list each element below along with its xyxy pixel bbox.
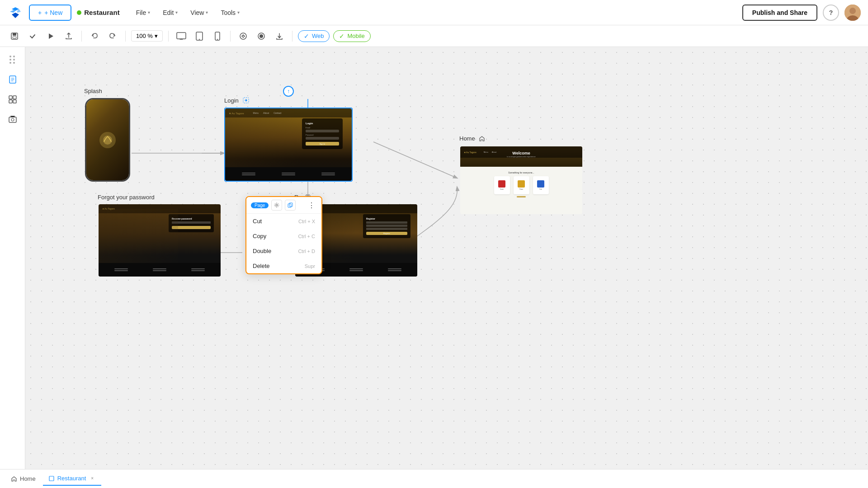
close-tab-button[interactable]: × — [89, 475, 96, 482]
check-button[interactable] — [25, 29, 40, 43]
navbar: + + New Restaurant File ▾ Edit ▾ View ▾ … — [0, 0, 868, 25]
file-menu[interactable]: File ▾ — [131, 6, 156, 19]
web-toggle[interactable]: ✓ Web — [298, 30, 330, 42]
svg-line-26 — [373, 142, 457, 178]
restaurant-tab[interactable]: Restaurant × — [43, 472, 102, 486]
redo-button[interactable] — [105, 29, 120, 43]
canvas: Splash Login ↑ — [25, 47, 868, 469]
pages-button[interactable] — [4, 70, 22, 89]
avatar[interactable] — [844, 5, 861, 21]
up-connector-button[interactable]: ↑ — [283, 86, 294, 97]
splash-label: Splash — [84, 88, 131, 94]
assets-button[interactable] — [4, 110, 22, 128]
divider — [292, 31, 292, 42]
mobile-label: Mobile — [347, 33, 364, 39]
help-button[interactable]: ? — [823, 5, 839, 21]
svg-marker-6 — [49, 33, 53, 39]
edit-menu[interactable]: Edit ▾ — [157, 6, 183, 19]
home-icon — [479, 136, 485, 142]
splash-screen[interactable] — [84, 97, 131, 183]
desktop-view-button[interactable] — [174, 29, 189, 43]
new-label: + New — [44, 9, 62, 16]
plus-icon: + — [38, 9, 42, 16]
home-frame[interactable]: Home ★ Au Tagore Menu About Welcome to — [459, 135, 583, 215]
record-button[interactable] — [254, 29, 269, 43]
home-tab-icon — [11, 476, 17, 482]
zoom-value: 100 % — [136, 33, 153, 39]
svg-rect-19 — [13, 100, 16, 103]
left-sidebar — [0, 47, 25, 469]
svg-rect-7 — [177, 33, 186, 39]
svg-rect-5 — [13, 37, 16, 38]
export-button[interactable] — [61, 29, 76, 43]
restaurant-tab-label: Restaurant — [57, 475, 86, 482]
login-screen[interactable]: ★ Au Tagore Menu About Contact Login Ema… — [224, 108, 353, 182]
web-check-icon: ✓ — [304, 33, 309, 40]
home-screen[interactable]: ★ Au Tagore Menu About Welcome to a uniq… — [459, 145, 583, 215]
play-button[interactable] — [43, 29, 58, 43]
chevron-down-icon: ▾ — [206, 10, 208, 15]
page-badge: Page — [251, 202, 269, 208]
tab-bar: Home Restaurant × — [0, 469, 868, 488]
svg-point-12 — [240, 33, 246, 39]
status-dot — [77, 10, 81, 15]
login-screenshot-content: ★ Au Tagore Menu About Contact Login Ema… — [225, 108, 352, 181]
dots-grid-icon — [9, 56, 16, 64]
tools-menu[interactable]: Tools ▾ — [215, 6, 245, 19]
chevron-down-icon: ▾ — [175, 10, 178, 15]
context-cut-item[interactable]: Cut Ctrl + X — [246, 214, 321, 229]
logo[interactable] — [7, 5, 24, 21]
publish-button[interactable]: Publish and Share — [742, 5, 817, 21]
svg-point-21 — [11, 118, 14, 121]
components-button[interactable] — [4, 90, 22, 108]
undo-button[interactable] — [87, 29, 102, 43]
layers-button[interactable] — [4, 51, 22, 69]
interact-button[interactable] — [236, 29, 250, 43]
mobile-view-button[interactable] — [210, 29, 225, 43]
forgot-label: Forgot your password — [98, 194, 222, 201]
tablet-view-button[interactable] — [192, 29, 207, 43]
svg-rect-18 — [9, 100, 12, 103]
download-button[interactable] — [272, 29, 287, 43]
zoom-control[interactable]: 100 % ▾ — [131, 30, 163, 42]
context-menu-header: Page ⋮ — [246, 197, 321, 214]
forgot-frame[interactable]: Forgot your password ★ Au Tagore Recover… — [98, 194, 222, 277]
save-button[interactable] — [7, 29, 22, 43]
svg-rect-16 — [9, 96, 12, 99]
svg-point-1 — [849, 8, 856, 14]
mobile-toggle[interactable]: ✓ Mobile — [333, 30, 370, 42]
mobile-check-icon: ✓ — [339, 33, 344, 40]
context-settings-button[interactable] — [271, 200, 282, 211]
home-tab-label: Home — [20, 475, 36, 482]
home-tab[interactable]: Home — [5, 473, 41, 485]
context-menu: Page ⋮ Cut Ctrl + X Copy Ctrl + C — [245, 196, 322, 274]
splash-frame[interactable]: Splash — [84, 88, 131, 183]
splash-phone — [85, 98, 130, 182]
context-more-button[interactable]: ⋮ — [306, 200, 317, 211]
project-name: Restaurant — [77, 9, 119, 16]
view-menu[interactable]: View ▾ — [185, 6, 213, 19]
chevron-down-icon: ▾ — [155, 33, 158, 39]
chevron-down-icon: ▾ — [237, 10, 240, 15]
toolbar: 100 % ▾ — [0, 25, 868, 47]
divider — [81, 31, 82, 42]
context-copy-item[interactable]: Copy Ctrl + C — [246, 229, 321, 244]
svg-rect-20 — [9, 117, 16, 122]
svg-rect-35 — [49, 476, 54, 481]
context-duplicate-button[interactable] — [285, 200, 296, 211]
login-frame[interactable]: Login ↑ ★ Au Tagore Menu About Contact — [224, 97, 353, 182]
forgot-screen[interactable]: ★ Au Tagore Recover password — [98, 203, 222, 277]
divider — [125, 31, 126, 42]
home-screenshot-content: ★ Au Tagore Menu About Welcome to a uniq… — [460, 146, 582, 214]
new-button[interactable]: + + New — [29, 5, 71, 21]
svg-rect-4 — [13, 33, 16, 36]
nav-menus: File ▾ Edit ▾ View ▾ Tools ▾ — [131, 6, 245, 19]
forgot-screenshot-content: ★ Au Tagore Recover password — [99, 204, 221, 277]
login-link-icon — [242, 97, 250, 104]
context-delete-item[interactable]: Delete Supr — [246, 258, 321, 273]
chevron-down-icon: ▾ — [148, 10, 150, 15]
divider — [230, 31, 231, 42]
web-label: Web — [312, 33, 324, 39]
svg-rect-17 — [13, 96, 16, 99]
context-double-item[interactable]: Double Ctrl + D — [246, 244, 321, 258]
